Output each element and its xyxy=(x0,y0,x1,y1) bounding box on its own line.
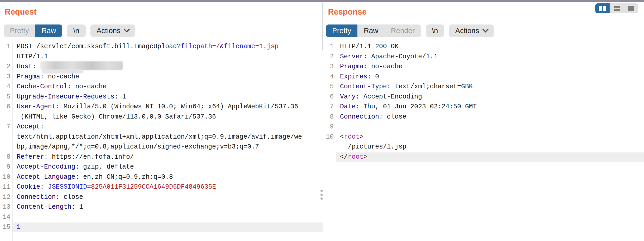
split-rows-icon xyxy=(614,6,620,11)
line-content: HTTP/1.1 200 OK xyxy=(336,42,399,52)
layout-single-panel-button[interactable] xyxy=(624,3,638,13)
line-number: 6 xyxy=(323,92,336,102)
code-row: HTTP/1.1 xyxy=(0,52,323,62)
line-number: 2 xyxy=(323,52,336,62)
line-number: 7 xyxy=(0,122,13,132)
response-actions-button[interactable]: Actions xyxy=(449,24,494,37)
line-content: Pragma: no-cache xyxy=(336,62,402,72)
code-row: 13Content-Length: 1 xyxy=(0,202,323,212)
tab-raw[interactable]: Raw xyxy=(35,24,62,37)
line-number: 11 xyxy=(0,182,13,192)
code-row: 5Upgrade-Insecure-Requests: 1 xyxy=(0,92,323,102)
line-content: Connection: close xyxy=(13,192,83,202)
code-row: 2Host: xyxy=(0,62,323,72)
line-content: bp,image/apng,*/*;q=0.8,application/sign… xyxy=(13,142,259,152)
line-number: 13 xyxy=(0,202,13,212)
request-panel-title: Request xyxy=(5,7,36,17)
code-row: 9 xyxy=(323,122,644,132)
tab-render[interactable]: Render xyxy=(385,24,421,37)
request-editor-rows: 1POST /servlet/com.sksoft.bill.ImageUplo… xyxy=(0,42,323,232)
code-row: 1POST /servlet/com.sksoft.bill.ImageUplo… xyxy=(0,42,323,52)
line-number: 6 xyxy=(0,102,13,112)
code-row: 5Content-Type: text/xml;charset=GBK xyxy=(323,82,644,92)
line-content xyxy=(13,212,17,223)
line-number xyxy=(0,112,13,122)
newline-toggle-button[interactable]: \n xyxy=(67,24,85,37)
request-panel: Request PrettyRaw \n Actions 1POST /serv… xyxy=(0,2,323,241)
line-content: Vary: Accept-Encoding xyxy=(336,92,422,102)
line-number: 4 xyxy=(323,72,336,82)
chevron-down-icon xyxy=(482,26,489,32)
code-row: (KHTML, like Gecko) Chrome/113.0.0.0 Saf… xyxy=(0,112,323,122)
line-number xyxy=(0,52,13,62)
line-number: 12 xyxy=(0,192,13,202)
request-editor[interactable]: 1POST /servlet/com.sksoft.bill.ImageUplo… xyxy=(0,42,323,241)
line-content: Accept: xyxy=(13,122,44,132)
line-number: 7 xyxy=(323,102,336,112)
request-view-tabs: PrettyRaw xyxy=(4,24,62,37)
line-number: 10 xyxy=(0,172,13,182)
code-row: 1HTTP/1.1 200 OK xyxy=(323,42,644,52)
actions-button-label: Actions xyxy=(97,27,121,35)
actions-button-label: Actions xyxy=(455,27,479,35)
line-content: POST /servlet/com.sksoft.bill.ImageUploa… xyxy=(13,42,278,52)
line-number: 5 xyxy=(323,82,336,92)
code-row: bp,image/apng,*/*;q=0.8,application/sign… xyxy=(0,142,323,152)
line-number: 3 xyxy=(323,62,336,72)
line-number: 1 xyxy=(0,42,13,52)
line-number: 9 xyxy=(0,162,13,172)
line-content: Accept-Language: en,zh-CN;q=0.9,zh;q=0.8 xyxy=(13,172,173,182)
line-number: 10 xyxy=(323,132,336,142)
tab-raw[interactable]: Raw xyxy=(357,24,385,37)
code-row: 8Connection: close xyxy=(323,112,644,122)
panel-divider xyxy=(323,50,323,241)
newline-toggle-button[interactable]: \n xyxy=(426,24,444,37)
single-panel-icon xyxy=(628,6,634,11)
redacted-host-value xyxy=(40,61,123,70)
response-editor[interactable]: 1HTTP/1.1 200 OK2Server: Apache-Coyote/1… xyxy=(323,42,644,241)
line-content: HTTP/1.1 xyxy=(13,52,48,62)
code-row: </root> xyxy=(323,152,644,162)
line-content: Referer: https://en.fofa.info/ xyxy=(13,152,134,162)
line-content: <root> xyxy=(336,132,363,142)
line-content: </root> xyxy=(336,152,367,162)
code-row: 8Referer: https://en.fofa.info/ xyxy=(0,152,323,162)
tab-pretty[interactable]: Pretty xyxy=(326,24,357,37)
code-row: 9Accept-Encoding: gzip, deflate xyxy=(0,162,323,172)
line-number xyxy=(0,132,13,142)
line-content: Content-Type: text/xml;charset=GBK xyxy=(336,82,473,92)
line-content: Connection: close xyxy=(336,112,406,122)
code-row: 6User-Agent: Mozilla/5.0 (Windows NT 10.… xyxy=(0,102,323,112)
line-number: 9 xyxy=(323,122,336,132)
chevron-down-icon xyxy=(124,26,130,32)
line-number: 14 xyxy=(0,212,13,223)
line-content: text/html,application/xhtml+xml,applicat… xyxy=(13,132,302,142)
panel-divider xyxy=(323,2,323,50)
split-columns-icon xyxy=(599,6,606,11)
request-actions-button[interactable]: Actions xyxy=(90,24,135,37)
line-number: 4 xyxy=(0,82,13,92)
response-panel: Response PrettyRawRender \n Actions xyxy=(323,2,644,241)
code-row: 10Accept-Language: en,zh-CN;q=0.9,zh;q=0… xyxy=(0,172,323,182)
line-content: Cookie: JSESSIONID=825A011F31259CCA1649D… xyxy=(13,182,216,192)
line-number: 2 xyxy=(0,62,13,72)
panel-splitter-grip[interactable] xyxy=(320,190,323,201)
top-bar xyxy=(0,0,644,2)
layout-split-rows-button[interactable] xyxy=(610,3,624,13)
line-content: /pictures/1.jsp xyxy=(336,142,406,152)
tab-pretty[interactable]: Pretty xyxy=(4,24,35,37)
code-row: text/html,application/xhtml+xml,applicat… xyxy=(0,132,323,142)
line-content: Date: Thu, 01 Jun 2023 02:24:50 GMT xyxy=(336,102,477,112)
line-content: Accept-Encoding: gzip, deflate xyxy=(13,162,134,172)
line-number: 15 xyxy=(0,222,13,232)
line-content: Cache-Control: no-cache xyxy=(13,82,107,92)
line-number xyxy=(323,142,336,152)
layout-split-columns-button[interactable] xyxy=(595,3,610,13)
response-panel-title: Response xyxy=(328,7,367,17)
code-row: 4Cache-Control: no-cache xyxy=(0,82,323,92)
code-row: 11Cookie: JSESSIONID=825A011F31259CCA164… xyxy=(0,182,323,192)
line-content: User-Agent: Mozilla/5.0 (Windows NT 10.0… xyxy=(13,102,298,112)
code-row: 6Vary: Accept-Encoding xyxy=(323,92,644,102)
line-content: (KHTML, like Gecko) Chrome/113.0.0.0 Saf… xyxy=(13,112,216,122)
line-number: 1 xyxy=(323,42,336,52)
